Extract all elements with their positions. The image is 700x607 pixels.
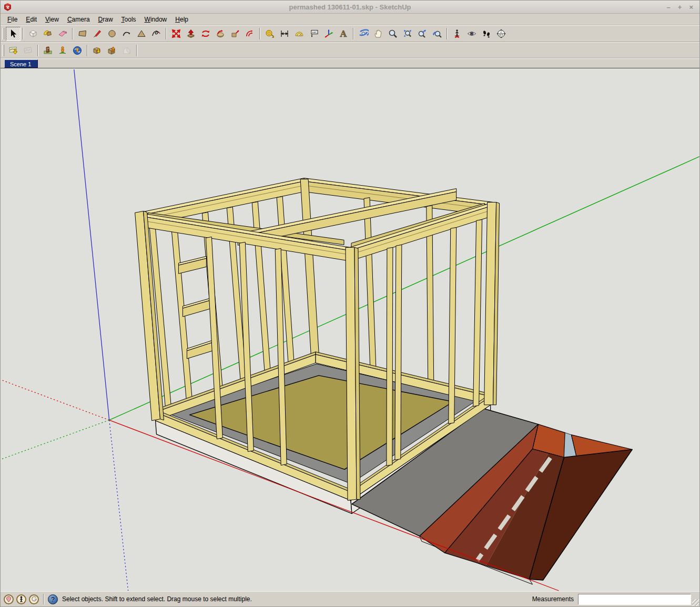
toolbar-separator (23, 28, 24, 39)
look-around-button[interactable] (464, 27, 479, 41)
move-icon (171, 28, 181, 39)
paint-bucket-icon (43, 28, 53, 39)
arc-icon (121, 28, 132, 39)
person-icon (19, 596, 24, 603)
measurements-input[interactable] (578, 594, 691, 605)
rotate-tool-button[interactable] (198, 27, 213, 41)
menu-edit[interactable]: Edit (22, 15, 40, 24)
make-component-icon (28, 28, 38, 39)
title-bar[interactable]: permashed 130611-01.skp - SketchUp – + × (1, 1, 699, 14)
tape-measure-button[interactable] (262, 27, 277, 41)
toolbar-separator (37, 45, 38, 56)
toggle-terrain-icon (23, 45, 33, 56)
minimize-button[interactable]: – (667, 1, 671, 14)
toolbar-grip[interactable] (3, 45, 4, 56)
pan-tool-button[interactable] (371, 27, 385, 41)
scale-icon (230, 28, 240, 39)
toolbar-main: ABC A CA-5 (1, 25, 699, 42)
menu-help[interactable]: Help (171, 15, 192, 24)
paint-bucket-button[interactable] (40, 27, 55, 41)
line-pencil-icon (92, 28, 103, 39)
3d-text-tool-button[interactable]: A (336, 27, 351, 41)
toolbar-separator (87, 45, 88, 56)
status-hint-text: Select objects. Shift to extend select. … (62, 595, 252, 603)
follow-me-tool-button[interactable] (213, 27, 228, 41)
zoom-window-button[interactable] (400, 27, 415, 41)
photo-textures-icon (43, 45, 53, 56)
get-models-icon (92, 45, 103, 56)
toolbar-google (1, 42, 699, 58)
viewport-canvas[interactable] (1, 68, 699, 591)
tape-measure-icon (265, 28, 275, 39)
eraser-button[interactable] (55, 27, 70, 41)
preview-in-google-earth-button[interactable] (55, 43, 70, 57)
zoom-extents-icon (417, 28, 428, 39)
freehand-tool-button[interactable] (149, 27, 164, 41)
circle-icon (107, 28, 117, 39)
photo-textures-button[interactable] (40, 43, 55, 57)
move-tool-button[interactable] (169, 27, 184, 41)
share-model-button[interactable] (105, 43, 119, 57)
status-icon-person[interactable] (16, 594, 26, 604)
walk-tool-button[interactable] (479, 27, 494, 41)
menu-file[interactable]: File (4, 15, 21, 24)
toolbar-separator (72, 28, 73, 39)
push-pull-tool-button[interactable] (184, 27, 198, 41)
get-models-button[interactable] (90, 43, 105, 57)
g-ring-icon (31, 596, 37, 602)
share-component-icon (121, 45, 132, 56)
add-location-button[interactable] (6, 43, 21, 57)
arc-tool-button[interactable] (119, 27, 134, 41)
rotate-icon (200, 28, 211, 39)
line-tool-button[interactable] (90, 27, 105, 41)
select-arrow-icon (8, 28, 18, 39)
freehand-icon (151, 28, 161, 39)
help-icon[interactable]: ? (48, 594, 58, 604)
menu-tools[interactable]: Tools (118, 15, 140, 24)
protractor-tool-button[interactable] (292, 27, 307, 41)
orbit-icon (358, 28, 369, 39)
status-icon-credit[interactable] (29, 594, 39, 604)
select-tool-button[interactable] (6, 27, 21, 41)
status-icon-location[interactable] (4, 594, 14, 604)
circle-tool-button[interactable] (105, 27, 119, 41)
zoom-extents-button[interactable] (415, 27, 430, 41)
offset-tool-button[interactable] (242, 27, 257, 41)
make-component-button[interactable] (26, 27, 40, 41)
walk-footprints-icon (481, 28, 492, 39)
section-plane-icon: CA-5 (496, 28, 506, 39)
toolbar-grip[interactable] (3, 28, 4, 39)
scene-tab-1[interactable]: Scene 1 (4, 59, 38, 68)
scale-tool-button[interactable] (228, 27, 242, 41)
zoom-tool-button[interactable] (385, 27, 400, 41)
menu-camera[interactable]: Camera (64, 15, 94, 24)
pan-hand-icon (373, 28, 383, 39)
modeling-viewport[interactable] (1, 68, 699, 591)
menu-view[interactable]: View (42, 15, 63, 24)
zoom-previous-button[interactable] (430, 27, 444, 41)
orbit-tool-button[interactable] (356, 27, 371, 41)
menu-bar: File Edit View Camera Draw Tools Window … (1, 14, 699, 25)
rectangle-tool-button[interactable] (75, 27, 90, 41)
google-earth-button[interactable] (70, 43, 85, 57)
text-icon: ABC (309, 28, 319, 39)
menu-draw[interactable]: Draw (95, 15, 117, 24)
share-component-button[interactable] (119, 43, 134, 57)
toolbar-separator (166, 28, 167, 39)
maximize-button[interactable]: + (678, 1, 682, 14)
text-tool-button[interactable]: ABC (307, 27, 321, 41)
svg-text:C: C (500, 31, 502, 34)
polygon-tool-button[interactable] (134, 27, 149, 41)
dimension-tool-button[interactable] (277, 27, 292, 41)
window-resize-grip[interactable] (692, 599, 699, 606)
window-title: permashed 130611-01.skp - SketchUp (1, 3, 699, 11)
axes-tool-button[interactable] (321, 27, 336, 41)
location-balloon-icon (6, 596, 12, 603)
menu-window[interactable]: Window (141, 15, 171, 24)
close-button[interactable]: × (689, 1, 693, 14)
scene-tab-strip: Scene 1 (1, 58, 699, 68)
section-plane-button[interactable]: CA-5 (494, 27, 509, 41)
protractor-icon (294, 28, 305, 39)
position-camera-button[interactable] (450, 27, 464, 41)
toggle-terrain-button[interactable] (21, 43, 35, 57)
